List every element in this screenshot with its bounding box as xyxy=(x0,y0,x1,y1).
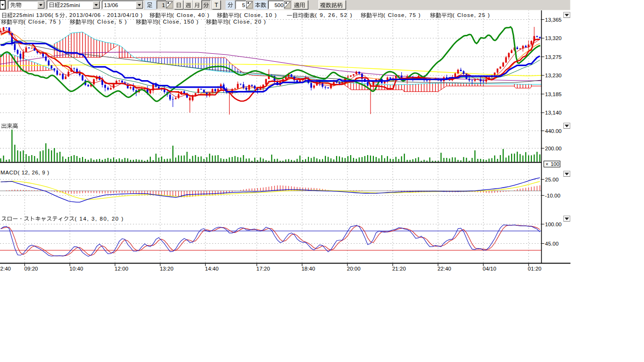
svg-text:( Close, 10 ): ( Close, 10 ) xyxy=(239,12,277,18)
svg-text:100: 100 xyxy=(551,161,559,167)
svg-text:02:40: 02:40 xyxy=(0,266,11,272)
svg-text:225mini: 225mini xyxy=(60,2,80,8)
svg-text:100.00: 100.00 xyxy=(545,222,561,227)
svg-text:10:40: 10:40 xyxy=(69,266,83,272)
svg-text:T: T xyxy=(215,2,218,8)
svg-text:, 2013/04/06 - 2013/04/10 ): , 2013/04/06 - 2013/04/10 ) xyxy=(66,12,142,18)
svg-text:225mini 13/06( 5: 225mini 13/06( 5 xyxy=(13,12,58,18)
svg-text:18:40: 18:40 xyxy=(301,266,315,272)
svg-text:-10.00: -10.00 xyxy=(545,193,561,198)
svg-text:09:20: 09:20 xyxy=(25,266,38,272)
svg-text:( Close, 75 ): ( Close, 75 ) xyxy=(24,19,61,25)
svg-text:440.00: 440.00 xyxy=(545,128,561,134)
svg-text:500: 500 xyxy=(274,2,283,8)
svg-text:17:20: 17:20 xyxy=(256,266,270,272)
svg-text:13/06: 13/06 xyxy=(104,2,118,8)
svg-text:13,185: 13,185 xyxy=(545,91,561,97)
svg-text:12:00: 12:00 xyxy=(115,266,128,272)
svg-text:MACD( 12, 26, 9 ): MACD( 12, 26, 9 ) xyxy=(0,170,49,175)
svg-text:01:20: 01:20 xyxy=(528,266,542,272)
svg-text:45.00: 45.00 xyxy=(545,241,559,247)
svg-text:200.00: 200.00 xyxy=(545,146,561,151)
svg-text:13,230: 13,230 xyxy=(545,73,561,78)
svg-text:25.00: 25.00 xyxy=(545,177,559,182)
svg-text:1: 1 xyxy=(162,2,165,8)
svg-text:( Close, 75 ): ( Close, 75 ) xyxy=(383,12,421,18)
svg-text:( 9, 26, 52 ): ( 9, 26, 52 ) xyxy=(315,12,352,18)
svg-text:13,365: 13,365 xyxy=(545,17,561,23)
svg-text:13,320: 13,320 xyxy=(545,35,561,41)
svg-text:22:40: 22:40 xyxy=(438,266,451,272)
svg-text:( Close, 40 ): ( Close, 40 ) xyxy=(172,12,209,18)
svg-text:5: 5 xyxy=(242,2,245,8)
svg-text:( Close, 5 ): ( Close, 5 ) xyxy=(92,19,127,25)
svg-text:( Close, 20 ): ( Close, 20 ) xyxy=(229,19,266,25)
svg-text:04/10: 04/10 xyxy=(483,266,496,272)
svg-text:21:20: 21:20 xyxy=(392,266,406,272)
svg-text:( Close, 150 ): ( Close, 150 ) xyxy=(158,19,198,25)
svg-text:20:00: 20:00 xyxy=(347,266,361,272)
svg-text:14:40: 14:40 xyxy=(205,266,219,272)
svg-text:13,140: 13,140 xyxy=(545,110,561,115)
svg-text:×: × xyxy=(545,161,548,167)
svg-text:13,275: 13,275 xyxy=(545,54,561,60)
svg-text:13:20: 13:20 xyxy=(160,266,173,272)
svg-text:( Close, 25 ): ( Close, 25 ) xyxy=(453,12,490,18)
